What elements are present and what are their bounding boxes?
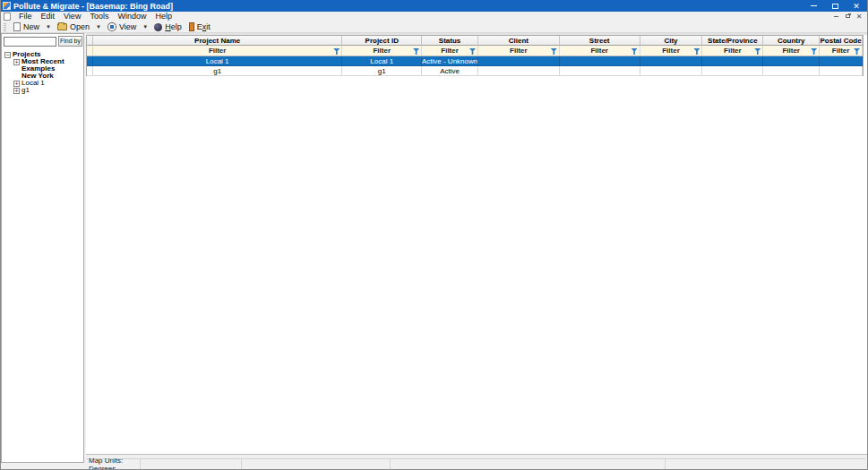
filter-funnel-icon[interactable]: [632, 48, 638, 55]
filter-funnel-icon[interactable]: [551, 48, 557, 55]
cell-state-province[interactable]: [702, 66, 763, 76]
status-panel: [666, 459, 865, 469]
mdi-document-icon[interactable]: [4, 13, 11, 21]
open-folder-icon: [57, 23, 67, 30]
open-button[interactable]: Open: [54, 21, 93, 32]
find-by-button[interactable]: Find by: [58, 36, 82, 47]
cell-street[interactable]: [560, 66, 640, 76]
column-header-street[interactable]: Street: [560, 36, 640, 46]
project-tree: − Projects + Most Recent Examples New Yo…: [2, 48, 83, 94]
title-bar: Pollute & Migrate - [Basemap: Bing Road]…: [1, 0, 867, 12]
filter-funnel-icon[interactable]: [469, 48, 476, 55]
filter-cell-state-province[interactable]: Filter: [702, 46, 763, 56]
filter-cell-city[interactable]: Filter: [640, 46, 703, 56]
status-panel: [141, 459, 242, 469]
view-dropdown-arrow[interactable]: ▼: [140, 24, 150, 30]
maximize-button[interactable]: [824, 0, 846, 12]
cell-state-province[interactable]: [702, 56, 763, 66]
filter-cell-client[interactable]: Filter: [478, 46, 560, 56]
table-row[interactable]: g1 g1 Active: [87, 66, 863, 76]
view-button[interactable]: View: [104, 21, 140, 32]
row-indicator: [87, 66, 93, 76]
filter-cell-project-id[interactable]: Filter: [342, 46, 422, 56]
open-button-label: Open: [70, 22, 90, 31]
exit-button[interactable]: Exit: [185, 21, 214, 32]
toolbar-grip[interactable]: [4, 23, 6, 31]
column-header-client[interactable]: Client: [478, 36, 560, 46]
mdi-minimize-button[interactable]: [831, 13, 840, 21]
menu-edit[interactable]: Edit: [37, 12, 60, 21]
column-header-project-id[interactable]: Project ID: [342, 36, 422, 46]
filter-cell-status[interactable]: Filter: [422, 46, 478, 56]
tree-item-g1[interactable]: + g1: [4, 87, 83, 94]
collapse-icon[interactable]: −: [4, 52, 11, 58]
tree-item-local-1[interactable]: + Local 1: [4, 80, 83, 87]
cell-city[interactable]: [640, 56, 703, 66]
view-button-label: View: [119, 22, 136, 31]
menu-bar: File Edit View Tools Window Help ✕: [1, 12, 867, 21]
cell-country[interactable]: [763, 56, 820, 66]
mdi-restore-button[interactable]: [843, 13, 852, 21]
close-button[interactable]: ✕: [846, 0, 867, 12]
filter-cell-postal-code[interactable]: Filter: [820, 46, 863, 56]
expand-icon[interactable]: +: [13, 59, 20, 65]
filter-cell-country[interactable]: Filter: [763, 46, 820, 56]
new-button[interactable]: New: [10, 21, 43, 32]
filter-funnel-icon[interactable]: [693, 48, 700, 55]
status-panel: [242, 459, 391, 469]
cell-project-id[interactable]: g1: [342, 66, 422, 76]
cell-status[interactable]: Active - Unknown: [422, 56, 478, 66]
cell-project-id[interactable]: Local 1: [342, 56, 422, 66]
find-input[interactable]: [4, 37, 56, 47]
cell-client[interactable]: [478, 66, 560, 76]
menu-tools[interactable]: Tools: [85, 12, 113, 21]
menu-file[interactable]: File: [14, 12, 37, 21]
column-header-state-province[interactable]: State/Province: [702, 36, 763, 46]
cell-city[interactable]: [640, 66, 703, 76]
filter-funnel-icon[interactable]: [333, 48, 339, 55]
column-header-country[interactable]: Country: [763, 36, 820, 46]
project-tree-panel: Find by − Projects + Most Recent Example…: [1, 33, 84, 463]
eye-icon: [107, 22, 116, 31]
cell-project-name[interactable]: Local 1: [93, 56, 342, 66]
mdi-minimize-icon: [834, 16, 838, 17]
cell-postal-code[interactable]: [820, 66, 863, 76]
help-icon: [154, 23, 162, 31]
row-indicator-header: [87, 36, 93, 46]
cell-country[interactable]: [763, 66, 820, 76]
status-map-units: Map Units: Degrees: [86, 459, 141, 469]
filter-indicator-cell: [87, 46, 93, 56]
cell-client[interactable]: [478, 56, 560, 66]
mdi-close-button[interactable]: ✕: [855, 13, 864, 21]
mdi-restore-icon: [846, 14, 850, 18]
column-header-city[interactable]: City: [640, 36, 703, 46]
filter-funnel-icon[interactable]: [413, 48, 419, 55]
filter-cell-project-name[interactable]: Filter: [93, 46, 342, 56]
filter-funnel-icon[interactable]: [754, 48, 761, 55]
cell-project-name[interactable]: g1: [93, 66, 342, 76]
status-panel: [391, 459, 666, 469]
menu-view[interactable]: View: [59, 12, 85, 21]
window-title: Pollute & Migrate - [Basemap: Bing Road]: [13, 2, 173, 11]
cell-postal-code[interactable]: [820, 56, 863, 66]
grid-header-row: Project Name Project ID Status Client St…: [87, 36, 863, 46]
cell-street[interactable]: [560, 56, 640, 66]
help-button[interactable]: Help: [150, 21, 185, 32]
table-row-selected[interactable]: Local 1 Local 1 Active - Unknown: [87, 56, 863, 66]
minimize-icon: [811, 5, 817, 6]
new-dropdown-arrow[interactable]: ▼: [43, 24, 54, 30]
filter-funnel-icon[interactable]: [811, 48, 817, 55]
menu-window[interactable]: Window: [113, 12, 150, 21]
menu-help[interactable]: Help: [150, 12, 176, 21]
minimize-button[interactable]: [803, 0, 824, 12]
column-header-postal-code[interactable]: Postal Code: [820, 36, 863, 46]
exit-door-icon: [189, 22, 194, 31]
filter-funnel-icon[interactable]: [854, 48, 860, 55]
column-header-project-name[interactable]: Project Name: [93, 36, 342, 46]
open-dropdown-arrow[interactable]: ▼: [93, 24, 104, 30]
expand-icon[interactable]: +: [13, 88, 20, 94]
column-header-status[interactable]: Status: [422, 36, 478, 46]
expand-icon[interactable]: +: [13, 81, 20, 87]
cell-status[interactable]: Active: [422, 66, 478, 76]
filter-cell-street[interactable]: Filter: [560, 46, 640, 56]
